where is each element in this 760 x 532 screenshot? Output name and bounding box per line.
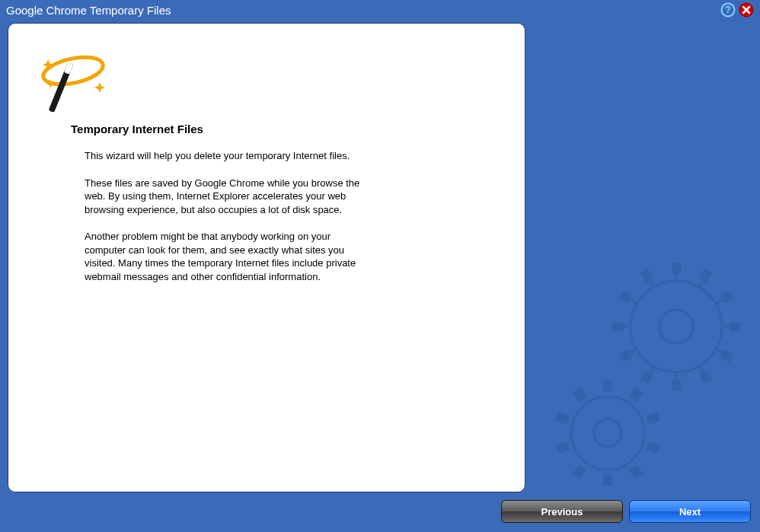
wizard-panel: Temporary Internet Files This wizard wil… [8,23,525,492]
svg-point-3 [659,310,693,343]
paragraph-2: These files are saved by Google Chrome w… [85,177,366,217]
title-bar: Google Chrome Temporary Files ? [0,0,760,20]
svg-point-6 [571,397,644,470]
previous-button-label: Previous [541,506,583,518]
window-title: Google Chrome Temporary Files [6,4,171,17]
svg-point-4 [631,281,722,372]
svg-point-5 [594,419,621,447]
gears-background-icon [532,243,760,494]
footer-buttons: Previous Next [501,500,751,523]
svg-text:?: ? [725,5,730,15]
page-heading: Temporary Internet Files [71,123,508,135]
previous-button[interactable]: Previous [501,500,623,523]
next-button[interactable]: Next [629,500,751,523]
paragraph-3: Another problem might be that anybody wo… [85,230,366,283]
help-icon: ? [720,2,736,18]
close-icon [739,2,754,18]
paragraph-1: This wizard will help you delete your te… [85,149,366,163]
next-button-label: Next [679,506,701,518]
help-button[interactable]: ? [720,2,736,18]
wizard-wand-icon [31,40,115,116]
close-button[interactable] [739,2,754,18]
